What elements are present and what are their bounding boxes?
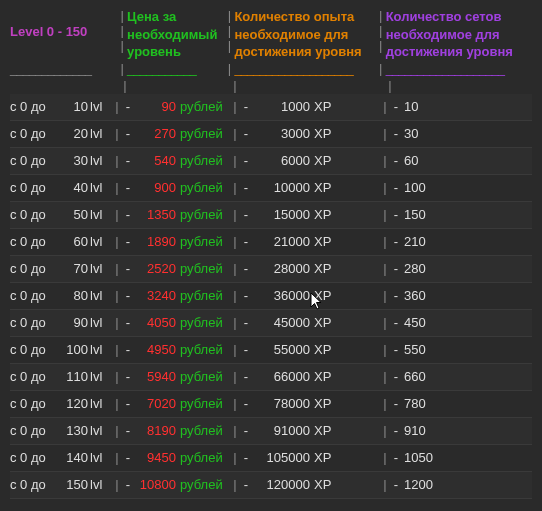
lvl-label: lvl [90,153,112,168]
xp-label: XP [310,423,340,438]
xp-value: 1000 [252,99,310,114]
rub-label: рублей [176,234,230,249]
table-row: с 0 до100lvl|-4950рублей|-55000XP|-550 [10,337,532,364]
xp-label: XP [310,342,340,357]
header-sets: Количество сетов необходимое для достиже… [386,8,532,61]
sets-value: 280 [402,261,444,276]
from-label: с 0 до [10,450,54,465]
table-row: с 0 до40lvl|-900рублей|-10000XP|-100 [10,175,532,202]
header-sep: ||| [376,8,386,53]
rub-label: рублей [176,207,230,222]
header-xp: Количество опыта необходимое для достиже… [234,8,375,61]
table-row: с 0 до70lvl|-2520рублей|-28000XP|-280 [10,256,532,283]
table-row: с 0 до60lvl|-1890рублей|-21000XP|-210 [10,229,532,256]
lvl-label: lvl [90,180,112,195]
price-value: 9450 [134,450,176,465]
level-value: 110 [54,369,90,384]
level-value: 140 [54,450,90,465]
xp-value: 6000 [252,153,310,168]
xp-value: 78000 [252,396,310,411]
from-label: с 0 до [10,99,54,114]
sets-value: 660 [402,369,444,384]
rub-label: рублей [176,396,230,411]
level-value: 70 [54,261,90,276]
xp-value: 21000 [252,234,310,249]
price-value: 900 [134,180,176,195]
level-value: 20 [54,126,90,141]
price-value: 90 [134,99,176,114]
sets-value: 30 [402,126,444,141]
header-title: Level 0 - 150 [10,8,117,39]
lvl-label: lvl [90,342,112,357]
from-label: с 0 до [10,153,54,168]
price-value: 3240 [134,288,176,303]
sets-value: 1050 [402,450,444,465]
rub-label: рублей [176,369,230,384]
blank-separator-row: | | | [10,78,532,94]
xp-label: XP [310,450,340,465]
level-value: 120 [54,396,90,411]
from-label: с 0 до [10,369,54,384]
table-header: Level 0 - 150 ||| Цена за необходимый ур… [10,8,532,65]
xp-value: 36000 [252,288,310,303]
sets-value: 10 [402,99,444,114]
rub-label: рублей [176,180,230,195]
xp-value: 15000 [252,207,310,222]
xp-value: 45000 [252,315,310,330]
price-value: 5940 [134,369,176,384]
from-label: с 0 до [10,315,54,330]
price-value: 270 [134,126,176,141]
xp-value: 28000 [252,261,310,276]
price-value: 2520 [134,261,176,276]
from-label: с 0 до [10,261,54,276]
table-row: с 0 до110lvl|-5940рублей|-66000XP|-660 [10,364,532,391]
rub-label: рублей [176,261,230,276]
xp-label: XP [310,477,340,492]
rub-label: рублей [176,153,230,168]
lvl-label: lvl [90,396,112,411]
sets-value: 910 [402,423,444,438]
rub-label: рублей [176,423,230,438]
header-price: Цена за необходимый уровень [127,8,225,61]
sets-value: 550 [402,342,444,357]
xp-label: XP [310,99,340,114]
from-label: с 0 до [10,477,54,492]
from-label: с 0 до [10,396,54,411]
price-value: 7020 [134,396,176,411]
price-value: 8190 [134,423,176,438]
xp-label: XP [310,261,340,276]
lvl-label: lvl [90,450,112,465]
level-value: 60 [54,234,90,249]
level-value: 130 [54,423,90,438]
table-row: с 0 до130lvl|-8190рублей|-91000XP|-910 [10,418,532,445]
xp-value: 105000 [252,450,310,465]
sets-value: 360 [402,288,444,303]
from-label: с 0 до [10,234,54,249]
table-row: с 0 до140lvl|-9450рублей|-105000XP|-1050 [10,445,532,472]
price-value: 1350 [134,207,176,222]
header-underline: _____________| ___________| ____________… [10,61,532,78]
rub-label: рублей [176,450,230,465]
table-row: с 0 до30lvl|-540рублей|-6000XP|-60 [10,148,532,175]
table-row: с 0 до20lvl|-270рублей|-3000XP|-30 [10,121,532,148]
level-value: 150 [54,477,90,492]
table-row: с 0 до50lvl|-1350рублей|-15000XP|-150 [10,202,532,229]
price-value: 1890 [134,234,176,249]
level-value: 50 [54,207,90,222]
from-label: с 0 до [10,288,54,303]
table-row: с 0 до150lvl|-10800рублей|-120000XP|-120… [10,472,532,499]
rub-label: рублей [176,99,230,114]
from-label: с 0 до [10,207,54,222]
sets-value: 150 [402,207,444,222]
xp-label: XP [310,126,340,141]
from-label: с 0 до [10,180,54,195]
from-label: с 0 до [10,126,54,141]
level-value: 40 [54,180,90,195]
from-label: с 0 до [10,423,54,438]
sets-value: 60 [402,153,444,168]
table-row: с 0 до80lvl|-3240рублей|-36000XP|-360 [10,283,532,310]
price-value: 4050 [134,315,176,330]
xp-label: XP [310,315,340,330]
header-sep: ||| [117,8,127,53]
lvl-label: lvl [90,288,112,303]
